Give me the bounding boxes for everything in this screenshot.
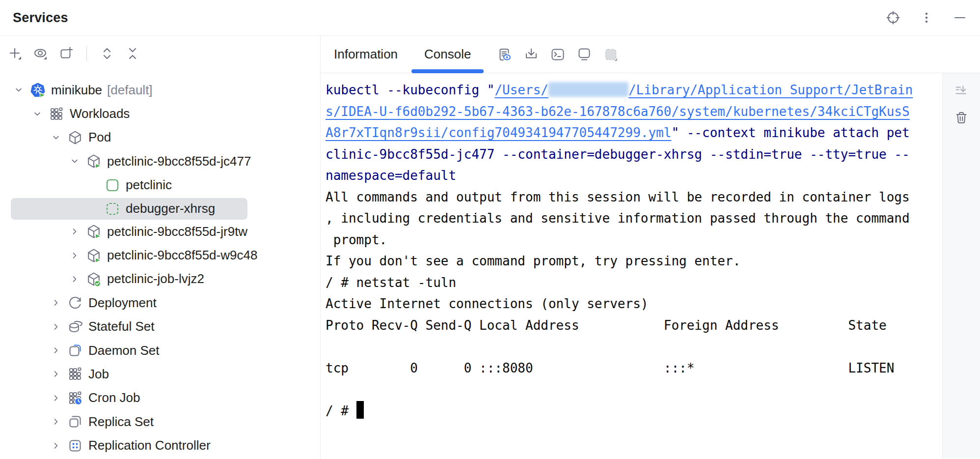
console-line: s/IDEA-U-f6d0b292-5b67-4363-b62e-167878c…	[326, 101, 942, 123]
open-in-new-tab-icon[interactable]	[59, 46, 74, 61]
terminal-cursor	[356, 401, 364, 419]
tab-bar: Information Console	[321, 36, 980, 73]
console-output-text: Active Internet connections (only server…	[326, 296, 648, 311]
console-command-text: namespace=default	[326, 168, 456, 183]
chevron-right-icon[interactable]	[50, 343, 62, 358]
chevron-right-icon[interactable]	[50, 295, 62, 310]
collapse-all-icon[interactable]	[125, 46, 140, 61]
download-log-icon[interactable]	[524, 47, 539, 62]
chevron-right-icon[interactable]	[50, 391, 62, 405]
expand-all-icon[interactable]	[100, 46, 114, 61]
deployment-icon	[68, 295, 82, 310]
kubeconfig-file-link[interactable]: /Users/	[494, 83, 548, 97]
tree-row-petclinic-9bcc8f55d-jr9tw[interactable]: petclinic-9bcc8f55d-jr9tw	[0, 220, 320, 243]
console-side-toolbar	[942, 73, 980, 459]
console-output-text: / #	[326, 403, 356, 418]
kubernetes-cluster-icon	[30, 83, 45, 97]
console-command-text: " --context minikube attach pet	[671, 125, 909, 140]
chevron-down-icon[interactable]	[13, 83, 25, 97]
page-title: Services	[13, 10, 68, 26]
tab-console[interactable]: Console	[411, 36, 484, 73]
tree-item-label: Replica Set	[88, 414, 154, 430]
chevron-down-icon[interactable]	[31, 107, 43, 121]
console-output-text: tcp 0 0 :::8080 :::* LISTEN	[326, 361, 894, 375]
tree-item-label: debugger-xhrsg	[126, 201, 215, 216]
chevron-down-icon[interactable]	[69, 154, 81, 169]
tree-toolbar	[0, 39, 320, 68]
tree-row-daemon-set[interactable]: Daemon Set	[0, 339, 320, 362]
tree-row-pod[interactable]: Pod	[0, 126, 320, 149]
attach-console-icon[interactable]	[577, 47, 592, 62]
minimize-icon[interactable]	[953, 10, 967, 25]
tree-row-replica-set[interactable]: Replica Set	[0, 410, 320, 433]
replica-set-icon	[68, 414, 82, 429]
console-line: Proto Recv-Q Send-Q Local Address Foreig…	[326, 315, 942, 337]
tree-row-minikube[interactable]: minikube[default]	[0, 78, 320, 102]
tree-item-label: Cron Job	[88, 390, 140, 405]
selection-disabled-icon	[603, 47, 618, 62]
cron-job-icon	[68, 391, 82, 405]
chevron-down-icon[interactable]	[50, 130, 62, 145]
console-line: namespace=default	[326, 165, 942, 187]
tree-row-petclinic-job-lvjz2[interactable]: petclinic-job-lvjz2	[0, 267, 320, 291]
console-line: / #	[326, 401, 942, 422]
console-command-text: clinic-9bcc8f55d-jc477 --container=debug…	[326, 147, 910, 162]
kubeconfig-file-link[interactable]: /Library/Application Support/JetBrain	[628, 83, 913, 97]
tree-row-petclinic-9bcc8f55d-w9c48[interactable]: petclinic-9bcc8f55d-w9c48	[0, 243, 320, 267]
tree-item-label: Replication Controller	[88, 438, 211, 453]
toolbar-separator	[86, 46, 87, 61]
tab-information-label: Information	[334, 47, 398, 62]
tree-item-label: petclinic-job-lvjz2	[107, 271, 204, 287]
tree-item-label: petclinic-9bcc8f55d-jr9tw	[107, 224, 247, 239]
container-running-icon	[105, 178, 120, 193]
kebab-menu-icon[interactable]	[919, 10, 934, 25]
console-line: / # netstat -tuln	[326, 272, 942, 294]
tree-item-label: Workloads	[70, 106, 130, 121]
titlebar-actions	[886, 10, 967, 25]
console-output-text: If you don't see a command prompt, try p…	[326, 254, 740, 268]
tree-row-petclinic-9bcc8f55d-jc477[interactable]: petclinic-9bcc8f55d-jc477	[0, 149, 320, 173]
kubeconfig-file-link[interactable]: A8r7xTIqn8r9sii/config704934194770544729…	[326, 125, 671, 140]
tree-row-cron-job[interactable]: Cron Job	[0, 386, 320, 410]
add-icon[interactable]	[8, 46, 23, 61]
run-shell-icon[interactable]	[550, 47, 565, 62]
chevron-right-icon[interactable]	[50, 319, 62, 334]
tree-item-label: Stateful Set	[88, 319, 154, 334]
tree-row-replication-controller[interactable]: Replication Controller	[0, 433, 320, 457]
tree-row-debugger-xhrsg[interactable]: debugger-xhrsg	[11, 198, 247, 220]
pod-running-icon	[86, 154, 101, 169]
tab-information[interactable]: Information	[321, 36, 411, 73]
chevron-right-icon[interactable]	[69, 248, 81, 263]
scroll-to-end-icon[interactable]	[954, 84, 969, 99]
chevron-right-icon[interactable]	[50, 438, 62, 453]
console-line: clinic-9bcc8f55d-jc477 --container=debug…	[326, 144, 942, 166]
chevron-right-icon[interactable]	[50, 414, 62, 429]
pod-running-icon	[86, 224, 101, 239]
terminal-console[interactable]: kubectl --kubeconfig "/Users//Library/Ap…	[321, 73, 942, 459]
tree-item-label: minikube	[51, 83, 102, 98]
daemon-set-icon	[68, 343, 82, 358]
tree-row-stateful-set[interactable]: Stateful Set	[0, 315, 320, 339]
tree-row-deployment[interactable]: Deployment	[0, 291, 320, 315]
console-line	[326, 336, 942, 358]
pod-succeeded-icon	[86, 272, 101, 287]
titlebar: Services	[0, 0, 980, 36]
tree-row-workloads[interactable]: Workloads	[0, 102, 320, 125]
tree-row-job[interactable]: Job	[0, 362, 320, 386]
redacted-username	[548, 82, 628, 97]
view-options-icon[interactable]	[33, 46, 48, 61]
target-icon[interactable]	[886, 10, 900, 25]
stateful-set-icon	[68, 319, 82, 334]
chevron-right-icon[interactable]	[69, 224, 81, 239]
console-line: If you don't see a command prompt, try p…	[326, 251, 942, 272]
console-line: Active Internet connections (only server…	[326, 293, 942, 315]
clear-console-icon[interactable]	[954, 111, 969, 125]
console-command-text: kubectl --kubeconfig "	[326, 83, 494, 97]
chevron-right-icon[interactable]	[50, 367, 62, 381]
tree-item-label: petclinic-9bcc8f55d-jc477	[107, 154, 251, 169]
console-line: tcp 0 0 :::8080 :::* LISTEN	[326, 358, 942, 379]
chevron-right-icon[interactable]	[69, 272, 81, 287]
kubeconfig-file-link[interactable]: s/IDEA-U-f6d0b292-5b67-4363-b62e-167878c…	[326, 104, 910, 119]
tree-row-petclinic[interactable]: petclinic	[0, 173, 320, 197]
show-log-icon[interactable]	[497, 47, 512, 62]
